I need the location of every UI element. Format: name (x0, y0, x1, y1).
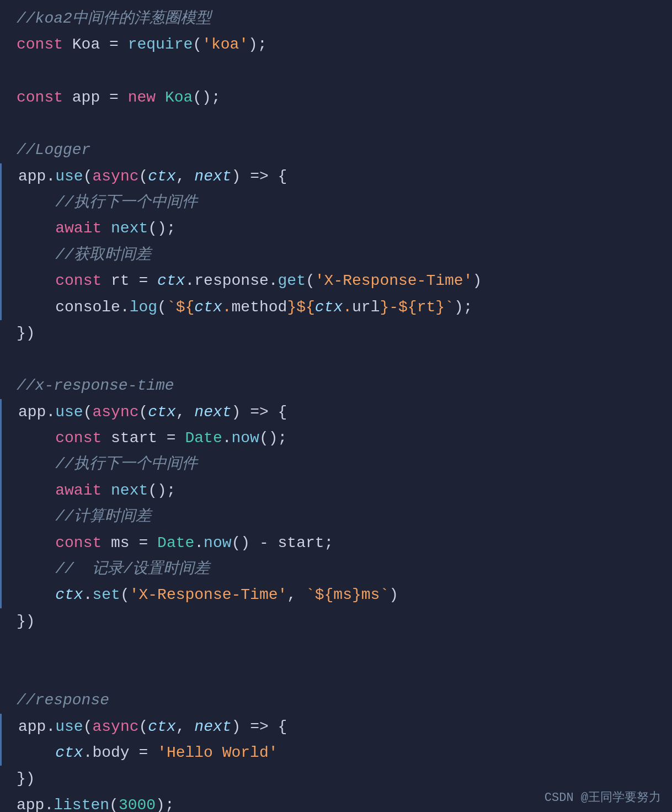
indent-token (18, 583, 55, 607)
punc-token: }) (17, 321, 35, 345)
indent-token (18, 295, 55, 319)
text-token (119, 33, 128, 56)
var-token: ctx (315, 295, 343, 319)
fn-token: log (130, 295, 157, 319)
text-token: - start; (250, 531, 333, 555)
comment-token: //koa2中间件的洋葱圈模型 (17, 7, 211, 30)
text-token: , (176, 164, 195, 188)
empty-line (0, 110, 672, 137)
indent-token (18, 243, 55, 267)
text-token: url (352, 295, 380, 319)
text-token (102, 479, 111, 502)
var-token: ctx (55, 583, 83, 607)
punc-token: ) (389, 583, 398, 607)
fn-token: next (111, 216, 148, 240)
empty-line (0, 634, 672, 661)
keyword-token: await (55, 479, 102, 502)
text-token: app (63, 86, 109, 109)
template-token: `${ms}ms` (306, 583, 389, 607)
punc-token: ); (156, 793, 174, 812)
indent-token (18, 505, 55, 528)
class-token: Date (157, 531, 194, 555)
code-line: //x-response-time (0, 373, 672, 399)
punc-token: ( (138, 164, 148, 188)
punc-token: ( (83, 400, 93, 424)
punc-token: ) (472, 269, 482, 293)
param-token: ctx (148, 164, 175, 188)
code-line: console . log ( `${ ctx . method }${ ctx… (0, 294, 672, 320)
fn-token: next (111, 479, 148, 502)
indent-token (18, 531, 55, 555)
text-token: app (18, 715, 46, 739)
fn-token: now (232, 426, 259, 450)
comment-token: //x-response-time (17, 374, 174, 397)
operator-token: = (167, 426, 176, 450)
text-token: app (18, 164, 46, 188)
punc-token: () (232, 531, 250, 555)
operator-token: = (138, 269, 148, 293)
code-line: const rt = ctx . response . get ( 'X-Res… (0, 268, 672, 294)
template-token: `${ (167, 295, 194, 319)
fn-token: use (55, 715, 83, 739)
punc-token: ); (248, 33, 267, 56)
fn-token: use (55, 164, 83, 188)
punc-token: ( (83, 164, 93, 188)
indent-token (18, 190, 55, 214)
footer-text: CSDN @王同学要努力 (545, 791, 661, 805)
code-line: await next (); (0, 477, 672, 503)
param-token: next (194, 164, 231, 188)
text-token (176, 426, 185, 450)
string-token: 'X-Response-Time' (130, 583, 287, 607)
code-line: // 记录/设置时间差 (0, 556, 672, 582)
operator-token: => (250, 400, 269, 424)
operator-token: = (109, 86, 119, 109)
empty-line (0, 346, 672, 373)
text-token (156, 86, 165, 109)
keyword-token: const (55, 531, 102, 555)
text-token (102, 216, 111, 240)
code-line: //执行下一个中间件 (0, 189, 672, 215)
keyword-token: async (92, 715, 138, 739)
punc-token: ( (109, 793, 119, 812)
text-token: app (18, 400, 46, 424)
comment-token: // 记录/设置时间差 (55, 557, 210, 581)
text-token (119, 86, 128, 109)
punc-token: . (46, 164, 55, 188)
punc-token: ( (157, 295, 167, 319)
operator-token: = (138, 531, 148, 555)
template-token: . (343, 295, 352, 319)
footer-attribution: CSDN @王同学要努力 (534, 784, 672, 812)
code-line: const ms = Date . now () - start; (0, 530, 672, 556)
text-token (269, 715, 278, 739)
punc-token: ( (193, 33, 202, 56)
fn-token: now (204, 531, 231, 555)
operator-token: = (138, 741, 148, 765)
code-line: app . use ( async ( ctx , next ) => { (0, 163, 672, 189)
punc-token: ) (232, 715, 241, 739)
punc-token: . (83, 583, 93, 607)
code-line: //执行下一个中间件 (0, 451, 672, 477)
code-line: //Logger (0, 137, 672, 163)
punc-token: ( (120, 583, 130, 607)
keyword-token: const (55, 269, 102, 293)
var-token: ctx (194, 295, 222, 319)
indent-token (18, 216, 55, 240)
code-line: }) (0, 320, 672, 346)
punc-token: . (44, 793, 54, 812)
code-line: await next (); (0, 215, 672, 241)
keyword-token: const (17, 86, 63, 109)
code-line: const start = Date . now (); (0, 425, 672, 451)
indent-token (18, 426, 55, 450)
comment-token: //执行下一个中间件 (55, 452, 198, 476)
keyword-token: await (55, 216, 102, 240)
punc-token: { (278, 164, 287, 188)
code-line: //response (0, 687, 672, 713)
string-token: 'X-Response-Time' (315, 269, 473, 293)
text-token (148, 741, 157, 765)
fn-token: get (278, 269, 306, 293)
punc-token: ( (306, 269, 315, 293)
comment-token: //获取时间差 (55, 243, 151, 267)
var-token: ctx (157, 269, 185, 293)
punc-token: . (269, 269, 278, 293)
string-token: 'koa' (202, 33, 248, 56)
